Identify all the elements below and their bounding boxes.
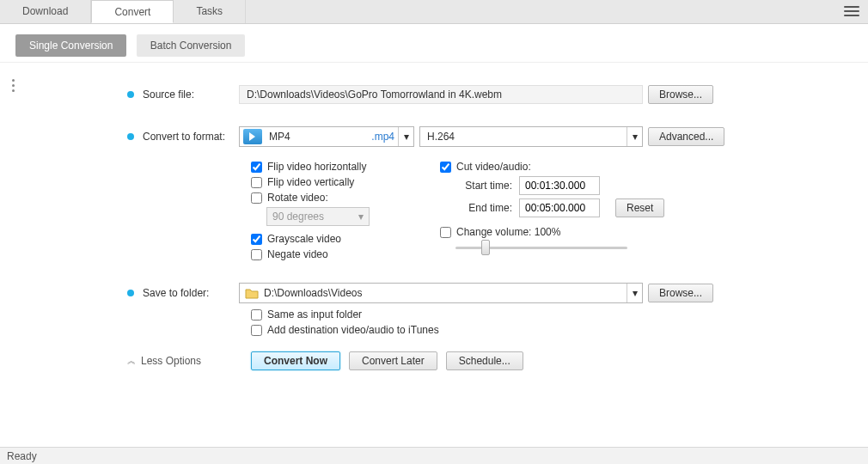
checkbox-flip-horizontal[interactable]: Flip video horizontally: [251, 161, 440, 173]
checkbox-negate[interactable]: Negate video: [251, 248, 440, 260]
format-name: MP4: [266, 131, 371, 143]
checkbox-grayscale[interactable]: Grayscale video: [251, 233, 440, 245]
hamburger-menu-icon[interactable]: [844, 3, 859, 19]
label-end-time: End time:: [455, 202, 512, 214]
chevron-down-icon[interactable]: ▾: [398, 127, 413, 146]
convert-now-button[interactable]: Convert Now: [251, 351, 340, 370]
checkbox-cut[interactable]: Cut video/audio:: [440, 161, 749, 173]
save-folder-select[interactable]: D:\Downloads\Videos ▾: [239, 283, 643, 303]
checkbox-add-itunes[interactable]: Add destination video/audio to iTunes: [251, 324, 853, 336]
checkbox-same-folder[interactable]: Same as input folder: [251, 308, 853, 321]
browse-source-button[interactable]: Browse...: [648, 85, 713, 104]
tab-batch-conversion[interactable]: Batch Conversion: [137, 34, 246, 57]
label-flip-horizontal: Flip video horizontally: [267, 161, 366, 173]
folder-icon: [245, 287, 259, 299]
codec-select[interactable]: H.264 ▾: [419, 126, 643, 147]
status-bar: Ready: [0, 447, 868, 464]
tab-single-conversion[interactable]: Single Conversion: [15, 34, 126, 57]
video-format-icon: [243, 129, 262, 144]
less-options-toggle[interactable]: ︽ Less Options: [127, 355, 251, 367]
label-cut: Cut video/audio:: [456, 161, 531, 173]
label-save-folder: Save to folder:: [143, 287, 209, 299]
bullet-icon: [127, 91, 134, 98]
label-flip-vertical: Flip video vertically: [267, 176, 354, 188]
chevron-down-icon: ▾: [358, 211, 364, 223]
conversion-mode-bar: Single Conversion Batch Conversion: [0, 24, 868, 63]
label-rotate: Rotate video:: [267, 192, 328, 204]
label-less-options: Less Options: [141, 355, 201, 367]
convert-later-button[interactable]: Convert Later: [349, 351, 437, 370]
rotate-value: 90 degrees: [272, 211, 324, 223]
tab-convert[interactable]: Convert: [91, 0, 174, 23]
bullet-icon: [127, 290, 134, 296]
checkbox-change-volume[interactable]: Change volume: 100%: [440, 226, 749, 238]
checkbox-flip-vertical[interactable]: Flip video vertically: [251, 176, 440, 188]
label-convert-format: Convert to format:: [143, 131, 225, 143]
rotate-degrees-select: 90 degrees ▾: [266, 207, 370, 226]
end-time-input[interactable]: [519, 198, 600, 217]
main-tabbar: Download Convert Tasks: [0, 0, 868, 24]
chevron-down-icon[interactable]: ▾: [627, 127, 642, 146]
label-source-file: Source file:: [143, 89, 194, 101]
label-start-time: Start time:: [455, 180, 512, 192]
label-same-folder: Same as input folder: [267, 308, 362, 321]
browse-save-button[interactable]: Browse...: [648, 284, 713, 302]
schedule-button[interactable]: Schedule...: [446, 351, 523, 370]
bullet-icon: [127, 133, 134, 140]
status-text: Ready: [7, 450, 37, 462]
tab-tasks[interactable]: Tasks: [174, 0, 246, 23]
source-file-display: D:\Downloads\Videos\GoPro Tomorrowland i…: [239, 85, 643, 104]
format-select[interactable]: MP4 .mp4 ▾: [239, 126, 414, 147]
label-add-itunes: Add destination video/audio to iTunes: [267, 324, 439, 336]
label-change-volume: Change volume: 100%: [456, 226, 560, 238]
tab-download[interactable]: Download: [0, 0, 91, 23]
label-negate: Negate video: [267, 248, 328, 260]
label-grayscale: Grayscale video: [267, 233, 341, 245]
drag-handle-icon[interactable]: [12, 76, 15, 95]
advanced-button[interactable]: Advanced...: [648, 127, 724, 146]
chevron-down-icon[interactable]: ▾: [627, 284, 642, 302]
volume-slider[interactable]: [455, 247, 627, 249]
checkbox-rotate[interactable]: Rotate video:: [251, 192, 440, 204]
chevron-up-icon: ︽: [127, 355, 136, 367]
form-area: Source file: D:\Downloads\Videos\GoPro T…: [0, 63, 868, 379]
slider-thumb-icon[interactable]: [481, 240, 490, 255]
reset-button[interactable]: Reset: [615, 198, 664, 217]
save-folder-path: D:\Downloads\Videos: [264, 287, 627, 299]
format-extension: .mp4: [371, 131, 398, 143]
start-time-input[interactable]: [519, 176, 600, 195]
codec-name: H.264: [420, 131, 627, 143]
